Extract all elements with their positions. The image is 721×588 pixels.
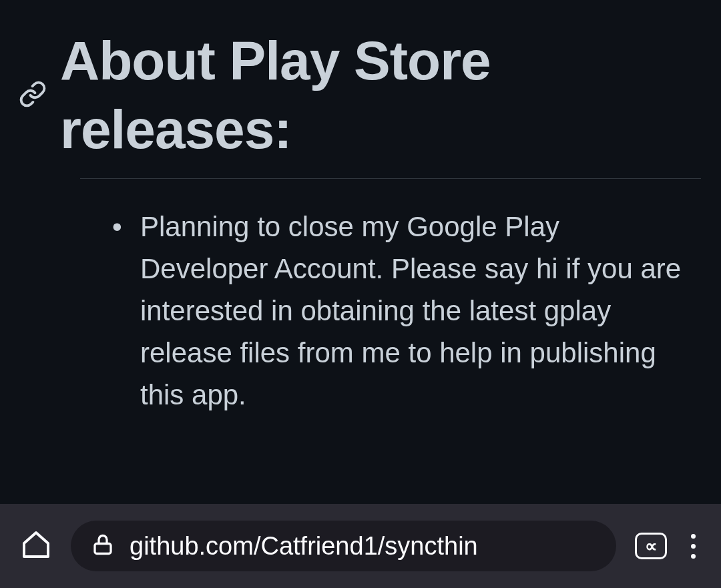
url-text: github.com/Catfriend1/syncthin	[130, 532, 596, 561]
svg-rect-0	[95, 544, 111, 554]
url-bar[interactable]: github.com/Catfriend1/syncthin	[71, 521, 616, 571]
tabs-count: ∝	[645, 537, 658, 555]
bullet-list: Planning to close my Google Play Develop…	[20, 206, 701, 416]
home-icon[interactable]	[20, 529, 52, 563]
lock-icon	[91, 533, 115, 559]
browser-toolbar: github.com/Catfriend1/syncthin ∝	[0, 504, 721, 588]
link-icon[interactable]	[19, 80, 47, 111]
more-menu-icon[interactable]	[686, 534, 701, 559]
heading-divider	[80, 178, 701, 179]
section-heading: About Play Store releases:	[60, 27, 701, 164]
list-item: Planning to close my Google Play Develop…	[140, 206, 701, 416]
heading-row: About Play Store releases:	[20, 27, 701, 164]
tabs-icon[interactable]: ∝	[635, 533, 667, 559]
page-content: About Play Store releases: Planning to c…	[0, 0, 721, 504]
